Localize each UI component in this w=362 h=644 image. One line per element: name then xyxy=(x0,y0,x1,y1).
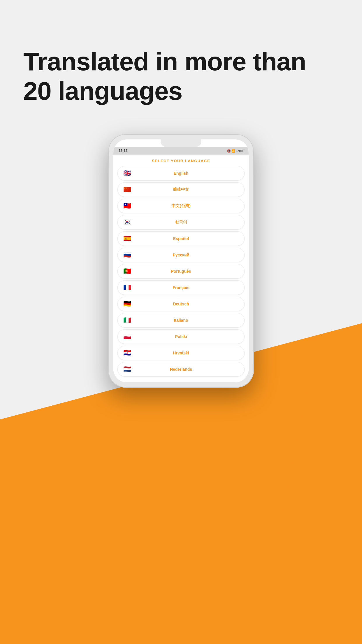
language-item[interactable]: 🇵🇹Português xyxy=(117,264,245,279)
phone-notch xyxy=(161,139,201,147)
language-item[interactable]: 🇬🇧English xyxy=(117,166,245,181)
language-name: 中文(台灣) xyxy=(132,203,230,209)
language-item[interactable]: 🇩🇪Deutsch xyxy=(117,297,245,311)
flag-icon: 🇫🇷 xyxy=(122,283,132,292)
page-title: Translated in more than 20 languages xyxy=(23,47,339,106)
language-name: Español xyxy=(132,236,230,241)
language-name: Nederlands xyxy=(132,367,230,372)
language-item[interactable]: 🇭🇷Hrvatski xyxy=(117,346,245,360)
phone-screen: 16:13 🔇 📶 ▪ 30% SELECT YOUR LANGUAGE 🇬🇧E… xyxy=(113,139,249,382)
screen-content: SELECT YOUR LANGUAGE 🇬🇧English🇨🇳简体中文🇹🇼中文… xyxy=(113,155,249,382)
status-time: 16:13 xyxy=(119,149,128,153)
flag-icon: 🇨🇳 xyxy=(122,185,132,194)
language-item[interactable]: 🇫🇷Français xyxy=(117,280,245,295)
language-item[interactable]: 🇮🇹Italiano xyxy=(117,313,245,328)
screen-title: SELECT YOUR LANGUAGE xyxy=(117,155,245,166)
flag-icon: 🇭🇷 xyxy=(122,348,132,358)
language-item[interactable]: 🇹🇼中文(台灣) xyxy=(117,199,245,213)
language-name: English xyxy=(132,171,230,176)
flag-icon: 🇳🇱 xyxy=(122,365,132,374)
flag-icon: 🇩🇪 xyxy=(122,299,132,309)
flag-icon: 🇮🇹 xyxy=(122,316,132,325)
language-list: 🇬🇧English🇨🇳简体中文🇹🇼中文(台灣)🇰🇷한국어🇪🇸Español🇷🇺Р… xyxy=(117,166,245,377)
phone-mockup: 16:13 🔇 📶 ▪ 30% SELECT YOUR LANGUAGE 🇬🇧E… xyxy=(108,134,254,388)
language-name: 简体中文 xyxy=(132,187,230,192)
language-name: 한국어 xyxy=(132,220,230,225)
language-item[interactable]: 🇳🇱Nederlands xyxy=(117,362,245,377)
flag-icon: 🇰🇷 xyxy=(122,218,132,227)
flag-icon: 🇷🇺 xyxy=(122,250,132,260)
phone-body: 16:13 🔇 📶 ▪ 30% SELECT YOUR LANGUAGE 🇬🇧E… xyxy=(108,134,254,388)
language-item[interactable]: 🇷🇺Русский xyxy=(117,248,245,262)
language-item[interactable]: 🇵🇱Polski xyxy=(117,329,245,344)
status-bar: 16:13 🔇 📶 ▪ 30% xyxy=(113,147,249,155)
flag-icon: 🇬🇧 xyxy=(122,169,132,178)
flag-icon: 🇹🇼 xyxy=(122,201,132,211)
language-name: Polski xyxy=(132,334,230,339)
header-section: Translated in more than 20 languages xyxy=(23,47,339,106)
language-item[interactable]: 🇨🇳简体中文 xyxy=(117,182,245,197)
status-icons: 🔇 📶 ▪ 30% xyxy=(227,149,243,153)
flag-icon: 🇪🇸 xyxy=(122,234,132,243)
language-name: Français xyxy=(132,285,230,290)
language-name: Italiano xyxy=(132,318,230,323)
language-name: Hrvatski xyxy=(132,351,230,355)
flag-icon: 🇵🇹 xyxy=(122,267,132,276)
language-name: Deutsch xyxy=(132,302,230,306)
flag-icon: 🇵🇱 xyxy=(122,332,132,341)
language-name: Português xyxy=(132,269,230,274)
language-item[interactable]: 🇪🇸Español xyxy=(117,231,245,246)
language-name: Русский xyxy=(132,253,230,257)
language-item[interactable]: 🇰🇷한국어 xyxy=(117,215,245,230)
